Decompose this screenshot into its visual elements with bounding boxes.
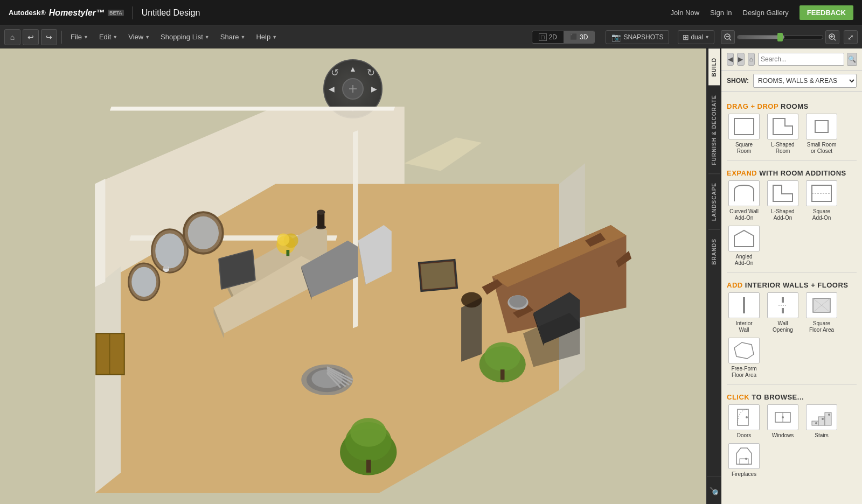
autodesk-label: Autodesk®: [9, 9, 46, 17]
square-floor-label: SquareFloor Area: [809, 320, 834, 333]
fullscreen-btn[interactable]: ⤢: [844, 30, 858, 44]
svg-rect-65: [286, 250, 289, 256]
panel-search-input[interactable]: [758, 53, 844, 66]
svg-marker-85: [734, 230, 754, 247]
stairs-item[interactable]: Stairs: [804, 404, 839, 439]
sign-in-link[interactable]: Sign In: [710, 9, 732, 17]
small-room-icon: [806, 114, 837, 139]
wall-opening-label: WallOpening: [773, 320, 793, 333]
rotate-right-btn[interactable]: ↻: [367, 67, 375, 79]
section-divider-2: [727, 272, 857, 272]
edit-menu-label: Edit: [99, 33, 111, 41]
share-menu-btn[interactable]: Share ▼: [216, 29, 250, 45]
search-tab-icon[interactable]: 🔍: [707, 477, 721, 504]
2d-label: 2D: [549, 33, 557, 41]
redo-btn[interactable]: ↪: [41, 29, 57, 45]
show-dropdown[interactable]: ROOMS, WALLS & AREAS FLOOR PLAN ALL: [753, 74, 857, 88]
svg-point-45: [350, 418, 386, 447]
drag-drop-rooms-grid: SquareRoom L-ShapedRoom: [727, 114, 857, 155]
dual-btn[interactable]: ⊞ dual ▼: [678, 30, 714, 44]
panel-search-btn[interactable]: 🔍: [847, 53, 857, 66]
svg-marker-93: [734, 342, 754, 359]
edit-menu-btn[interactable]: Edit ▼: [95, 29, 122, 45]
feedback-button[interactable]: FEEDBACK: [800, 5, 853, 20]
file-menu-arrow: ▼: [84, 34, 88, 40]
furnish-tab[interactable]: FURNISH & DECORATE: [708, 86, 720, 174]
curved-wall-icon: [728, 180, 760, 206]
undo-btn[interactable]: ↩: [23, 29, 39, 45]
2d-icon: □: [539, 33, 547, 41]
dual-arrow: ▼: [705, 34, 710, 40]
interior-suffix: INTERIOR WALLS + FLOORS: [745, 281, 849, 289]
svg-point-41: [484, 342, 520, 371]
app-logo: Autodesk® Homestyler™ BETA: [9, 8, 124, 18]
svg-line-1: [729, 39, 731, 40]
drag-drop-highlight: DRAG + DROP: [727, 102, 778, 110]
show-row: SHOW: ROOMS, WALLS & AREAS FLOOR PLAN AL…: [721, 71, 862, 92]
windows-label: Windows: [772, 432, 794, 439]
edit-menu-arrow: ▼: [113, 34, 117, 40]
square-addon-item[interactable]: SquareAdd-On: [804, 180, 839, 221]
browse-highlight: CLICK: [727, 393, 749, 401]
panel-forward-btn[interactable]: ▶: [737, 53, 744, 66]
freeform-floor-label: Free-FormFloor Area: [731, 366, 756, 379]
zoom-out-btn[interactable]: [721, 30, 735, 44]
square-floor-item[interactable]: SquareFloor Area: [804, 292, 839, 333]
build-tab[interactable]: BUILD: [708, 48, 720, 86]
rotate-left-btn[interactable]: ↺: [331, 67, 339, 79]
drag-drop-section-title: DRAG + DROP ROOMS: [727, 97, 857, 114]
doors-item[interactable]: Doors: [727, 404, 761, 439]
stairs-label: Stairs: [815, 432, 829, 439]
show-label: SHOW:: [727, 77, 749, 85]
svg-point-61: [317, 209, 325, 215]
angled-addon-item[interactable]: AngledAdd-On: [727, 226, 761, 267]
view-3d-btn[interactable]: ⬛ 3D: [564, 31, 594, 43]
dual-label: dual: [691, 33, 703, 41]
interior-items-grid: InteriorWall WallOpening: [727, 292, 857, 379]
share-menu-arrow: ▼: [240, 34, 245, 40]
panel-home-btn[interactable]: ⌂: [748, 53, 755, 66]
windows-item[interactable]: Windows: [766, 404, 800, 439]
panel-back-btn[interactable]: ◀: [727, 53, 734, 66]
home-icon-btn[interactable]: ⌂: [4, 29, 20, 45]
floor-plan: [11, 81, 695, 493]
curved-wall-item[interactable]: Curved WallAdd-On: [727, 180, 761, 221]
wall-opening-item[interactable]: WallOpening: [766, 292, 800, 333]
zoom-thumb[interactable]: [777, 33, 783, 41]
shopping-list-menu-btn[interactable]: Shopping List ▼: [156, 29, 214, 45]
l-shaped-addon-item[interactable]: L-ShapedAdd-On: [766, 180, 800, 221]
view-2d-btn[interactable]: □ 2D: [532, 31, 564, 43]
svg-point-68: [509, 295, 527, 307]
small-room-item[interactable]: Small Roomor Closet: [804, 114, 839, 155]
file-menu-btn[interactable]: File ▼: [66, 29, 93, 45]
svg-marker-11: [95, 267, 121, 493]
design-title[interactable]: Untitled Design: [142, 8, 200, 18]
view-menu-label: View: [128, 33, 143, 41]
landscape-tab[interactable]: LANDSCAPE: [708, 173, 720, 229]
interior-wall-icon: [728, 292, 760, 318]
fireplaces-label: Fireplaces: [732, 471, 756, 478]
help-menu-btn[interactable]: Help ▼: [252, 29, 281, 45]
view-menu-btn[interactable]: View ▼: [124, 29, 154, 45]
design-gallery-link[interactable]: Design Gallery: [743, 9, 789, 17]
interior-wall-item[interactable]: InteriorWall: [727, 292, 761, 333]
square-room-item[interactable]: SquareRoom: [727, 114, 761, 155]
fireplaces-item[interactable]: Fireplaces: [727, 443, 761, 478]
svg-point-104: [828, 414, 830, 416]
svg-rect-46: [366, 460, 371, 473]
dual-icon: ⊞: [683, 33, 689, 41]
brands-tab[interactable]: BRANDS: [708, 229, 720, 274]
zoom-slider[interactable]: [737, 35, 823, 39]
pan-up-btn[interactable]: ▲: [349, 65, 357, 73]
svg-marker-15: [353, 130, 358, 328]
zoom-in-btn[interactable]: [825, 30, 839, 44]
freeform-floor-item[interactable]: Free-FormFloor Area: [727, 338, 761, 379]
top-bar: Autodesk® Homestyler™ BETA Untitled Desi…: [0, 0, 862, 26]
l-shaped-room-item[interactable]: L-ShapedRoom: [766, 114, 800, 155]
3d-view-area[interactable]: ↺ ↻ ▲ ▼ ◀ ▶: [0, 48, 706, 504]
snapshots-btn[interactable]: 📷 SNAPSHOTS: [606, 30, 669, 44]
join-now-link[interactable]: Join Now: [671, 9, 699, 17]
square-floor-icon: [806, 292, 837, 318]
stairs-icon: [806, 404, 837, 430]
interior-section-title: ADD INTERIOR WALLS + FLOORS: [727, 276, 857, 292]
